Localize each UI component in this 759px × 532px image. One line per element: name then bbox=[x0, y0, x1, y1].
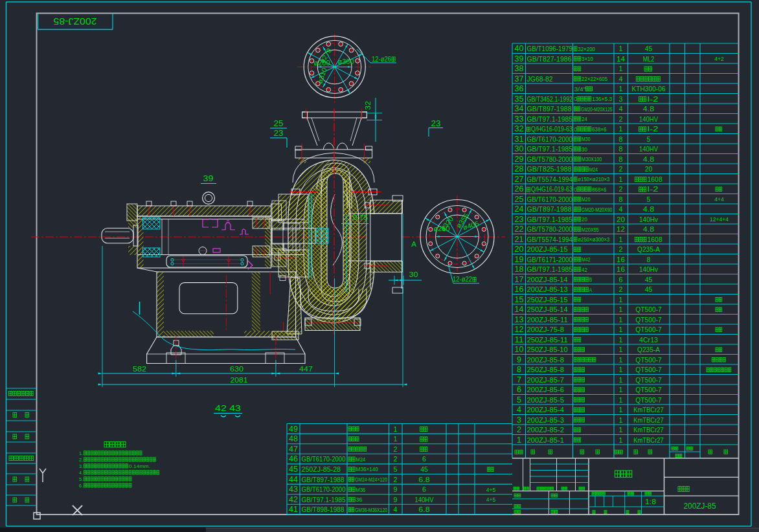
svg-text:45: 45 bbox=[645, 285, 653, 293]
svg-text:28: 28 bbox=[515, 164, 524, 173]
svg-text:630: 630 bbox=[230, 365, 244, 373]
svg-text:5: 5 bbox=[517, 395, 521, 405]
svg-text:0.14mm.: 0.14mm. bbox=[129, 463, 150, 469]
svg-text:2081: 2081 bbox=[231, 376, 248, 384]
svg-text:42: 42 bbox=[582, 267, 587, 273]
svg-text:1: 1 bbox=[619, 416, 623, 424]
svg-text:45: 45 bbox=[420, 465, 428, 473]
svg-text:5.: 5. bbox=[79, 476, 83, 482]
svg-text:Q235-A: Q235-A bbox=[637, 346, 660, 353]
svg-text:6.8: 6.8 bbox=[418, 476, 430, 483]
svg-text:140HV: 140HV bbox=[639, 115, 658, 123]
svg-text:638×6: 638×6 bbox=[592, 126, 606, 133]
svg-text:GB/T97.1-1985: GB/T97.1-1985 bbox=[527, 216, 573, 223]
svg-text:1: 1 bbox=[619, 175, 623, 183]
svg-text:27: 27 bbox=[515, 175, 524, 184]
svg-text:43: 43 bbox=[289, 485, 298, 494]
svg-text:4.8: 4.8 bbox=[643, 225, 655, 233]
svg-text:34: 34 bbox=[515, 104, 524, 113]
svg-text:3: 3 bbox=[619, 95, 623, 103]
svg-text:M24: M24 bbox=[589, 166, 598, 173]
svg-text:GB/T6170-2000: GB/T6170-2000 bbox=[302, 485, 346, 493]
svg-text:30: 30 bbox=[582, 146, 587, 153]
svg-text:140HV: 140HV bbox=[639, 145, 658, 153]
svg-text:4: 4 bbox=[619, 75, 624, 83]
svg-text:24: 24 bbox=[582, 116, 587, 122]
svg-text:15: 15 bbox=[515, 295, 524, 304]
svg-text:16: 16 bbox=[515, 285, 524, 294]
svg-text:200ZJ-85-13: 200ZJ-85-13 bbox=[527, 285, 568, 293]
svg-text:1608: 1608 bbox=[648, 236, 663, 243]
svg-text:2: 2 bbox=[619, 285, 623, 293]
svg-text:KTH300-06: KTH300-06 bbox=[631, 85, 665, 93]
svg-text:4.8: 4.8 bbox=[643, 105, 655, 113]
svg-text:GB/T897-1988: GB/T897-1988 bbox=[527, 205, 572, 213]
svg-text:4.8: 4.8 bbox=[643, 205, 655, 213]
svg-text:GB/T6170-2000: GB/T6170-2000 bbox=[302, 455, 346, 463]
svg-text:GM36-M36X120: GM36-M36X120 bbox=[355, 506, 387, 513]
svg-text:16: 16 bbox=[617, 265, 625, 273]
svg-text:ML2: ML2 bbox=[643, 55, 655, 63]
svg-text:22: 22 bbox=[515, 225, 524, 234]
svg-text:1:8: 1:8 bbox=[645, 498, 657, 505]
svg-text:47: 47 bbox=[289, 445, 298, 454]
svg-text:12+4+4: 12+4+4 bbox=[710, 216, 729, 223]
svg-text:2: 2 bbox=[619, 115, 623, 123]
svg-text:GB/T6170-2000: GB/T6170-2000 bbox=[527, 195, 573, 203]
svg-text:1: 1 bbox=[619, 236, 623, 243]
svg-text:JG68-82: JG68-82 bbox=[527, 75, 553, 83]
svg-text:14: 14 bbox=[617, 55, 626, 63]
svg-text:140HV: 140HV bbox=[415, 496, 434, 504]
svg-text:2.: 2. bbox=[79, 457, 83, 463]
svg-text:30: 30 bbox=[409, 271, 418, 278]
svg-text:38: 38 bbox=[515, 64, 524, 73]
svg-text:136×5.3: 136×5.3 bbox=[592, 96, 612, 102]
svg-text:O: O bbox=[574, 186, 578, 193]
svg-text:M30X100: M30X100 bbox=[582, 156, 602, 162]
svg-text:6.8: 6.8 bbox=[418, 505, 430, 513]
svg-text:3/4″: 3/4″ bbox=[574, 86, 587, 93]
svg-text:4+5: 4+5 bbox=[486, 496, 495, 503]
svg-text:35: 35 bbox=[515, 94, 524, 104]
svg-text:7: 7 bbox=[517, 375, 521, 384]
svg-text:KmTBCr27: KmTBCr27 bbox=[633, 426, 664, 434]
svg-text:22×22×605: 22×22×605 bbox=[582, 76, 607, 82]
svg-text:GB/T897-1988: GB/T897-1988 bbox=[527, 105, 572, 113]
svg-text:5: 5 bbox=[394, 465, 398, 473]
svg-text:2: 2 bbox=[394, 476, 398, 483]
svg-text:I-2: I-2 bbox=[647, 125, 659, 133]
svg-text:1: 1 bbox=[619, 125, 623, 133]
svg-text:39: 39 bbox=[203, 174, 214, 183]
svg-text:6: 6 bbox=[619, 276, 623, 283]
svg-text:1: 1 bbox=[619, 85, 623, 93]
svg-text:16: 16 bbox=[617, 256, 625, 263]
svg-text:6.: 6. bbox=[79, 483, 83, 489]
svg-text:4: 4 bbox=[517, 405, 521, 414]
svg-text:GB/T97.1-1985: GB/T97.1-1985 bbox=[302, 496, 346, 504]
svg-text:48: 48 bbox=[289, 434, 298, 443]
svg-text:36: 36 bbox=[356, 496, 363, 503]
svg-text:O: O bbox=[574, 96, 578, 102]
svg-text:I-2: I-2 bbox=[647, 185, 659, 193]
svg-text:45: 45 bbox=[645, 276, 653, 283]
svg-text:GB/T6170-2000: GB/T6170-2000 bbox=[527, 135, 573, 143]
svg-text:200ZJ-85: 200ZJ-85 bbox=[684, 501, 716, 511]
svg-text:49: 49 bbox=[289, 425, 298, 434]
svg-text:1: 1 bbox=[619, 296, 623, 304]
svg-text:18: 18 bbox=[515, 265, 524, 274]
svg-text:200ZJ-85-14: 200ZJ-85-14 bbox=[527, 276, 568, 283]
svg-text:21: 21 bbox=[515, 235, 524, 244]
svg-text:24: 24 bbox=[515, 205, 524, 214]
svg-text:GB/T5780-2000: GB/T5780-2000 bbox=[527, 155, 573, 163]
svg-text:42 43: 42 43 bbox=[215, 403, 241, 413]
svg-text:250ZJ-85-14: 250ZJ-85-14 bbox=[527, 305, 568, 313]
svg-text:GB/T897-1988: GB/T897-1988 bbox=[302, 476, 345, 483]
svg-text:1: 1 bbox=[619, 406, 623, 414]
svg-text:20: 20 bbox=[617, 216, 625, 223]
svg-text:QT500-7: QT500-7 bbox=[635, 316, 662, 324]
svg-text:1: 1 bbox=[619, 386, 623, 393]
svg-text:36: 36 bbox=[515, 84, 524, 93]
svg-text:2: 2 bbox=[619, 185, 623, 193]
svg-text:1: 1 bbox=[394, 435, 398, 443]
svg-text:1: 1 bbox=[619, 316, 623, 324]
